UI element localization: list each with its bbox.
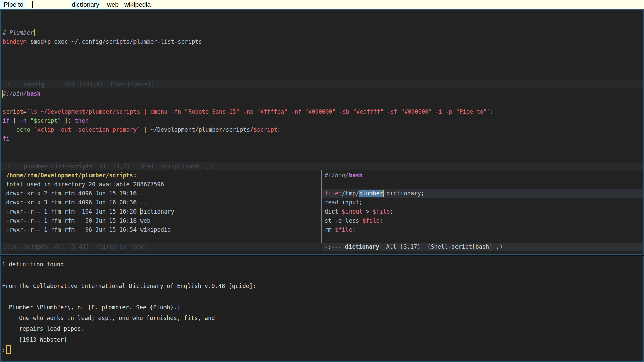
shebang-comment: #!/bin/ — [325, 172, 349, 179]
terminal-line: From The Collaborative International Dic… — [1, 281, 643, 291]
directory-name[interactable]: . — [140, 190, 143, 197]
dired-row[interactable]: drwxr-xr-x 3 rfm rfm 4096 Jun 16 00:36 .… — [1, 198, 321, 207]
code-line[interactable]: dict $input > $file; — [322, 207, 643, 216]
emacs-frame[interactable]: # Plumber bindsym $mod+p exec ~/.config/… — [0, 9, 644, 255]
code-line[interactable]: script=`ls ~/Development/plumber/scripts… — [1, 107, 643, 116]
builtin-echo: echo — [16, 126, 30, 133]
echo-area — [1, 251, 643, 254]
code-line[interactable]: fi — [1, 134, 643, 143]
code-line[interactable]: # Plumber — [1, 28, 643, 37]
code-line[interactable]: #!/bin/bash — [1, 89, 643, 98]
dmenu-item-web[interactable]: web — [104, 0, 121, 9]
screen: Pipe to dictionary web wikipedia # Plumb… — [0, 0, 644, 362]
terminal-window[interactable]: 1 definition found From The Collaborativ… — [0, 256, 644, 362]
terminal-line: 1 definition found — [1, 259, 643, 270]
shebang-interp: bash — [27, 90, 41, 97]
dmenu-item-dictionary[interactable]: dictionary — [70, 0, 101, 9]
code-line[interactable]: read input; — [322, 198, 643, 207]
terminal-line — [1, 291, 643, 302]
dmenu-item-wikipedia[interactable]: wikipedia — [121, 0, 154, 9]
dired-header[interactable]: /home/rfm/Development/plumber/scripts: — [1, 171, 321, 180]
builtin-read: read — [325, 199, 338, 206]
terminal-cursor — [6, 345, 11, 354]
dmenu-input-cursor[interactable] — [32, 1, 33, 8]
code-line[interactable]: bindsym $mod+p exec ~/.config/scripts/pl… — [1, 37, 643, 46]
comment-token: # Plumber — [3, 29, 34, 36]
code-line[interactable]: #!/bin/bash — [322, 171, 643, 180]
code-line[interactable]: rm $file; — [322, 225, 643, 234]
file-name[interactable]: wikipedia — [140, 226, 171, 233]
dired-total: total used in directory 20 available 288… — [1, 180, 321, 189]
shebang-interp: bash — [349, 172, 363, 179]
var-assign: file — [325, 190, 338, 197]
dired-row[interactable]: drwxr-xr-x 2 rfm rfm 4096 Jun 15 19:16 . — [1, 189, 321, 198]
modeline-dired: U:%%- scripts All (5,41) (Dired by name) — [1, 243, 321, 251]
dmenu-prompt: Pipe to — [0, 0, 27, 9]
terminal-line: Plumber \Plumb"er\, n. [F. plombier. See… — [1, 302, 643, 313]
var-assign: script — [3, 108, 23, 115]
file-name[interactable]: web — [140, 217, 150, 224]
code-line[interactable]: st -e less $file; — [322, 216, 643, 225]
code-line[interactable]: if [ -n "$script" ]; then — [1, 116, 643, 125]
keyword-token: bindsym — [3, 38, 27, 45]
dired-row[interactable]: -rwxr--r-- 1 rfm rfm 96 Jun 15 16:54 wik… — [1, 225, 321, 234]
code-line[interactable]: echo `xclip -out -selection primary` | ~… — [1, 125, 643, 134]
search-match: plumber — [359, 190, 383, 197]
pager-prompt-line[interactable]: : — [1, 345, 643, 356]
buffer-dictionary[interactable]: #!/bin/bash file=/tmp/plumber-dictionary… — [322, 170, 643, 243]
modeline-plumber-list-scripts: -:--- plumber-list-scripts All (1,0) (Sh… — [1, 162, 643, 170]
dmenu-bar[interactable]: Pipe to dictionary web wikipedia — [0, 0, 644, 9]
buffer-dired-scripts[interactable]: /home/rfm/Development/plumber/scripts: t… — [1, 170, 321, 243]
code-line-current[interactable]: file=/tmp/plumber-dictionary; — [322, 189, 643, 198]
pager-prompt: : — [2, 347, 5, 354]
file-name[interactable]: dictionary — [140, 208, 174, 215]
terminal-line: [1913 Webster] — [1, 334, 643, 345]
modeline-dictionary: -:--- dictionary All (3,17) (Shell-scrip… — [322, 243, 643, 251]
terminal-line: repairs lead pipes. — [1, 323, 643, 334]
dired-row[interactable]: -rwxr--r-- 1 rfm rfm 104 Jun 15 16:20 di… — [1, 207, 321, 216]
command-substitution: `ls ~/Development/plumber/scripts | dmen… — [27, 108, 490, 115]
terminal-line: One who works in lead; esp., one who fur… — [1, 313, 643, 323]
code-token: $mod+p exec ~/.config/scripts/plumber-li… — [27, 38, 202, 45]
text-cursor — [34, 29, 35, 36]
command-substitution: `xclip -out -selection primary` — [34, 126, 140, 133]
modeline-config: U:--- config Bot (244,9) (Conf[Space]) — [1, 80, 643, 88]
terminal-line — [1, 270, 643, 281]
shebang-comment: #!/bin/ — [3, 90, 27, 97]
dired-row[interactable]: -rwxr--r-- 1 rfm rfm 50 Jun 15 16:18 web — [1, 216, 321, 225]
directory-name[interactable]: .. — [140, 199, 147, 206]
